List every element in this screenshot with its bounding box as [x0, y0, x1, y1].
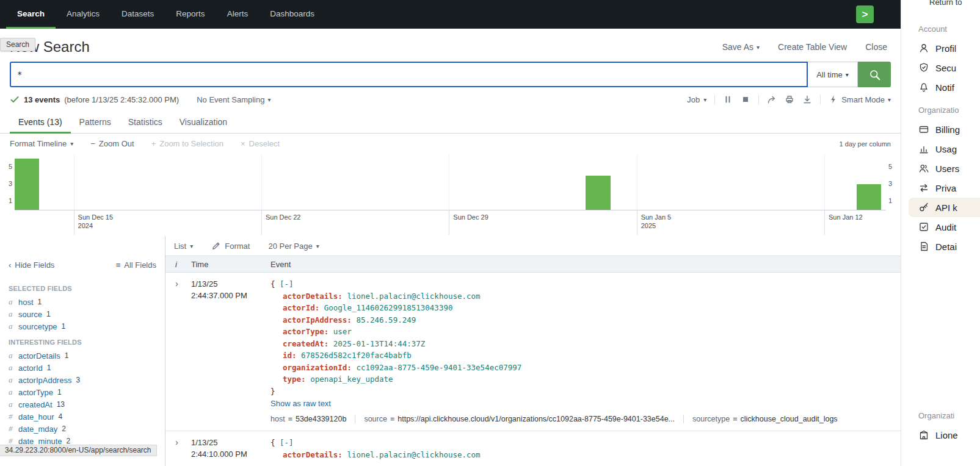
format-timeline-dropdown[interactable]: Format Timeline▾: [10, 139, 73, 148]
field-source[interactable]: asource1: [9, 308, 165, 320]
account-item-profil[interactable]: Profil: [901, 38, 980, 58]
print-button[interactable]: [785, 95, 794, 104]
field-date_hour[interactable]: #date_hour4: [9, 410, 165, 423]
account-item-notif[interactable]: Notif: [901, 77, 980, 97]
search-button[interactable]: [858, 62, 891, 87]
account-item-usag[interactable]: Usag: [901, 139, 980, 159]
stop-button[interactable]: [741, 95, 750, 104]
pencil-icon: [211, 241, 221, 251]
field-sourcetype[interactable]: asourcetype1: [9, 320, 165, 332]
json-key[interactable]: actorIpAddress:: [283, 315, 352, 324]
tab-events[interactable]: Events (13): [10, 112, 71, 134]
account-item-lione[interactable]: Lione: [901, 425, 980, 445]
json-field-line: actorIpAddress: 85.246.59.249: [270, 314, 891, 326]
per-page-dropdown[interactable]: 20 Per Page▾: [268, 242, 319, 251]
splunk-logo-icon[interactable]: >: [856, 5, 874, 23]
json-value[interactable]: openapi_key_update: [310, 375, 393, 384]
json-key[interactable]: actorType:: [283, 327, 328, 336]
json-key[interactable]: type:: [283, 375, 306, 384]
account-item-secu[interactable]: Secu: [901, 58, 980, 77]
json-key[interactable]: organizationId:: [283, 363, 352, 372]
event-time[interactable]: 1/13/252:44:37.000 PM: [191, 278, 270, 423]
list-view-dropdown[interactable]: List▾: [174, 242, 193, 251]
zoom-out-button[interactable]: −Zoom Out: [90, 139, 134, 148]
hide-fields-button[interactable]: ‹Hide Fields: [9, 260, 54, 270]
x-tick-label: Sun Dec 152024: [74, 210, 113, 235]
close-button[interactable]: Close: [865, 42, 887, 52]
meta-source[interactable]: source = https://api.clickhouse.cloud/v1…: [364, 415, 675, 423]
json-field-line: type: openapi_key_update: [270, 373, 891, 385]
field-date_mday[interactable]: #date_mday2: [9, 423, 165, 435]
account-item-users[interactable]: Users: [901, 159, 980, 178]
expand-event-button[interactable]: ›: [175, 437, 178, 447]
account-section-header: Organizati: [901, 403, 980, 425]
json-value[interactable]: lionel.palacin@clickhouse.com: [347, 450, 480, 459]
expand-event-button[interactable]: ›: [175, 278, 178, 289]
all-fields-button[interactable]: ≡All Fields: [116, 260, 156, 270]
field-actorIpAddress[interactable]: aactorIpAddress3: [9, 374, 165, 386]
time-range-picker[interactable]: All time▾: [808, 62, 858, 87]
json-key[interactable]: createdAt:: [283, 339, 328, 348]
timeline-bar[interactable]: [586, 176, 610, 210]
account-item-detai[interactable]: Detai: [901, 237, 980, 256]
x-gridline: [74, 154, 74, 210]
json-collapse-toggle[interactable]: [-]: [280, 438, 294, 447]
close-x-icon: ×: [241, 139, 245, 148]
save-as-button[interactable]: Save As▾: [722, 42, 760, 52]
json-value[interactable]: Google_114602629918513043390: [324, 303, 453, 312]
export-button[interactable]: [802, 95, 812, 104]
json-value[interactable]: 2025-01-13T14:44:37Z: [333, 339, 426, 348]
timeline-bar[interactable]: [857, 184, 881, 210]
nav-item-alerts[interactable]: Alerts: [216, 0, 260, 29]
account-item-audit[interactable]: Audit: [901, 217, 980, 237]
field-actorId[interactable]: aactorId1: [9, 362, 165, 374]
account-item-billing[interactable]: Billing: [901, 120, 980, 139]
nav-item-reports[interactable]: Reports: [165, 0, 216, 29]
field-createdAt[interactable]: acreatedAt13: [9, 398, 165, 410]
show-raw-text-link[interactable]: Show as raw text: [270, 399, 331, 408]
json-field-line: actorType: user: [270, 326, 891, 338]
json-value[interactable]: 85.246.59.249: [356, 315, 416, 324]
json-collapse-toggle[interactable]: [-]: [280, 279, 294, 289]
nav-item-datasets[interactable]: Datasets: [111, 0, 165, 29]
json-value[interactable]: 678526d582c1f20fac4babfb: [301, 351, 412, 360]
field-actorDetails[interactable]: aactorDetails1: [9, 349, 165, 362]
zoom-to-selection-button[interactable]: +Zoom to Selection: [151, 139, 223, 148]
pause-button[interactable]: [723, 95, 733, 104]
tab-visualization[interactable]: Visualization: [171, 112, 236, 134]
create-table-view-button[interactable]: Create Table View: [778, 42, 847, 52]
job-menu-dropdown[interactable]: Job▾: [687, 95, 706, 104]
nav-item-dashboards[interactable]: Dashboards: [259, 0, 325, 29]
json-key[interactable]: id:: [283, 351, 297, 360]
timeline-plot[interactable]: 553311: [15, 154, 886, 210]
json-value[interactable]: lionel.palacin@clickhouse.com: [347, 292, 480, 301]
timeline-bar[interactable]: [15, 159, 39, 210]
tab-statistics[interactable]: Statistics: [120, 112, 171, 134]
json-key[interactable]: actorDetails:: [283, 292, 343, 301]
field-actorType[interactable]: aactorType1: [9, 386, 165, 398]
json-key[interactable]: actorDetails:: [283, 450, 343, 459]
tab-patterns[interactable]: Patterns: [71, 112, 120, 134]
search-mode-dropdown[interactable]: Smart Mode▾: [829, 95, 891, 104]
meta-sourcetype[interactable]: sourcetype = clickhouse_cloud_audit_logs: [692, 415, 838, 423]
field-host[interactable]: ahost1: [9, 296, 165, 308]
format-button[interactable]: Format: [211, 241, 250, 251]
nav-item-analytics[interactable]: Analytics: [56, 0, 111, 29]
deselect-button[interactable]: ×Deselect: [241, 139, 280, 148]
share-button[interactable]: [767, 95, 777, 104]
search-input[interactable]: [17, 70, 800, 79]
nav-items: SearchAnalyticsDatasetsReportsAlertsDash…: [6, 0, 325, 29]
return-link[interactable]: Return to: [929, 0, 962, 7]
account-item-api-k[interactable]: API k: [909, 198, 980, 217]
json-value[interactable]: cc1092aa-8775-459e-9401-33e54ec07997: [356, 363, 521, 372]
nav-item-search[interactable]: Search: [6, 0, 56, 29]
caret-down-icon: ▾: [757, 44, 760, 51]
swap-icon: [918, 182, 929, 193]
meta-host[interactable]: host = 53de4339120b: [270, 415, 346, 423]
account-item-priva[interactable]: Priva: [901, 178, 980, 198]
event-sampling-dropdown[interactable]: No Event Sampling▾: [197, 95, 270, 104]
event-time[interactable]: 1/13/252:44:10.000 PM: [191, 437, 270, 461]
json-key[interactable]: actorId:: [283, 303, 319, 312]
event-count[interactable]: 13 events: [24, 95, 60, 104]
json-value[interactable]: user: [333, 327, 352, 336]
